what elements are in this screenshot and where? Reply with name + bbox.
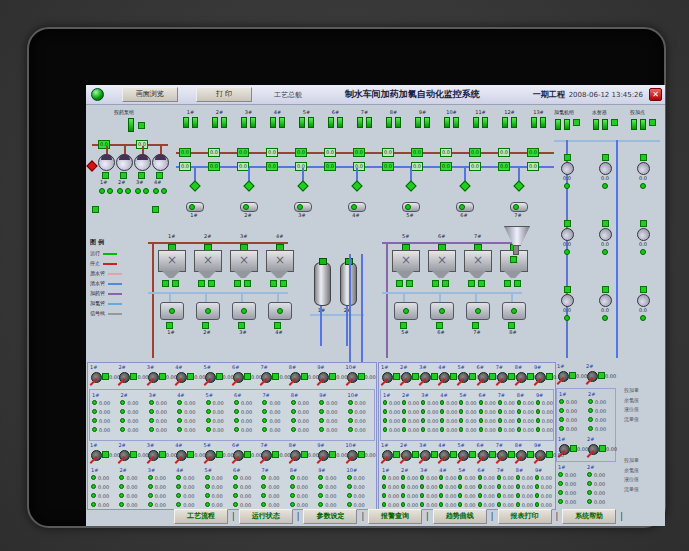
metering-pump-unit[interactable]: 1#0.00 bbox=[90, 365, 116, 387]
metering-pump-unit[interactable]: 1#0.00 bbox=[90, 443, 116, 465]
unit-valve-icon[interactable] bbox=[489, 373, 496, 380]
unit-valve-icon[interactable] bbox=[598, 372, 605, 379]
solution-tank[interactable] bbox=[232, 302, 256, 320]
unit-valve-icon[interactable] bbox=[216, 373, 223, 380]
metering-pump-icon[interactable] bbox=[290, 450, 301, 461]
valve-icon[interactable] bbox=[564, 220, 571, 227]
metering-pump-unit[interactable]: 5#0.00 bbox=[204, 365, 230, 387]
ejector-assembly[interactable]: 0.0 bbox=[630, 286, 656, 321]
unit-valve-icon[interactable] bbox=[469, 373, 476, 380]
sub-valve-icon[interactable] bbox=[508, 322, 515, 329]
metering-pump-unit[interactable]: 5#0.00 bbox=[457, 365, 474, 387]
small-pump-icon[interactable] bbox=[561, 228, 574, 241]
metering-pump-icon[interactable] bbox=[318, 372, 329, 383]
solution-tank[interactable] bbox=[466, 302, 490, 320]
unit-valve-icon[interactable] bbox=[216, 451, 223, 458]
dosing-pump[interactable] bbox=[134, 154, 151, 171]
solution-tank[interactable] bbox=[502, 302, 526, 320]
bottom-valve-icon[interactable] bbox=[406, 280, 413, 287]
bottom-valve-icon[interactable] bbox=[432, 280, 439, 287]
unit-valve-icon[interactable] bbox=[546, 451, 553, 458]
ejector-assembly[interactable]: 0.0 bbox=[554, 220, 580, 255]
metering-pump-unit[interactable]: 1#0.00 bbox=[381, 365, 398, 387]
metering-pump-icon[interactable] bbox=[176, 450, 187, 461]
filter-unit[interactable]: 10# bbox=[438, 110, 465, 128]
metering-pump-icon[interactable] bbox=[439, 372, 450, 383]
metering-pump-unit[interactable]: 5#0.00 bbox=[204, 443, 230, 465]
valve-icon[interactable] bbox=[602, 220, 609, 227]
metering-pump-icon[interactable] bbox=[176, 372, 187, 383]
unit-valve-icon[interactable] bbox=[272, 373, 279, 380]
bottom-valve-icon[interactable] bbox=[514, 280, 521, 287]
chlorinator-unit[interactable] bbox=[630, 118, 656, 130]
taskbar-button-5[interactable]: 趋势曲线 bbox=[433, 509, 487, 524]
metering-pump-icon[interactable] bbox=[382, 450, 393, 461]
valve-icon[interactable] bbox=[192, 117, 198, 128]
drain-valve-icon[interactable] bbox=[243, 180, 254, 191]
valve-icon[interactable] bbox=[531, 117, 537, 128]
mixer-tank[interactable] bbox=[266, 250, 294, 272]
pump-valve-icon[interactable] bbox=[102, 172, 109, 179]
bottom-valve-icon[interactable] bbox=[162, 280, 169, 287]
metering-pump-unit[interactable]: 7#0.00 bbox=[260, 443, 286, 465]
unit-valve-icon[interactable] bbox=[301, 373, 308, 380]
filter-unit[interactable]: 4# bbox=[264, 110, 291, 128]
metering-pump-icon[interactable] bbox=[535, 450, 546, 461]
metering-pump-unit[interactable]: 2#0.00 bbox=[400, 365, 417, 387]
sub-valve-icon[interactable] bbox=[238, 322, 245, 329]
valve-icon[interactable] bbox=[602, 119, 608, 130]
unit-valve-icon[interactable] bbox=[508, 373, 515, 380]
spare-valve-icon[interactable] bbox=[92, 206, 99, 213]
metering-pump-icon[interactable] bbox=[535, 372, 546, 383]
filter-tank[interactable] bbox=[240, 202, 258, 212]
bottom-valve-icon[interactable] bbox=[172, 280, 179, 287]
unit-valve-icon[interactable] bbox=[358, 451, 365, 458]
unit-valve-icon[interactable] bbox=[329, 373, 336, 380]
pump-valve-icon[interactable] bbox=[120, 172, 127, 179]
metering-pump-unit[interactable]: 10#0.00 bbox=[346, 365, 372, 387]
sub-valve-icon[interactable] bbox=[202, 322, 209, 329]
bottom-valve-icon[interactable] bbox=[244, 280, 251, 287]
bottom-valve-icon[interactable] bbox=[234, 280, 241, 287]
metering-pump-unit[interactable]: 9#0.00 bbox=[317, 443, 343, 465]
metering-pump-icon[interactable] bbox=[458, 450, 469, 461]
feed-valve-icon[interactable] bbox=[128, 118, 134, 132]
unit-valve-icon[interactable] bbox=[187, 373, 194, 380]
filter-unit[interactable]: 11# bbox=[467, 110, 494, 128]
mixer-tank[interactable] bbox=[158, 250, 186, 272]
unit-valve-icon[interactable] bbox=[102, 373, 109, 380]
taskbar-button-1[interactable]: 工艺流程 bbox=[174, 509, 228, 524]
valve-icon[interactable] bbox=[444, 117, 450, 128]
filter-tank[interactable] bbox=[186, 202, 204, 212]
valve-icon[interactable] bbox=[366, 117, 372, 128]
unit-valve-icon[interactable] bbox=[431, 373, 438, 380]
drain-valve-icon[interactable] bbox=[351, 180, 362, 191]
metering-pump-unit[interactable]: 7#0.00 bbox=[496, 365, 513, 387]
metering-pump-icon[interactable] bbox=[420, 372, 431, 383]
metering-pump-icon[interactable] bbox=[205, 450, 216, 461]
unit-valve-icon[interactable] bbox=[508, 451, 515, 458]
metering-pump-icon[interactable] bbox=[458, 372, 469, 383]
unit-valve-icon[interactable] bbox=[329, 451, 336, 458]
metering-pump-unit[interactable]: 2#0.00 bbox=[118, 443, 144, 465]
unit-valve-icon[interactable] bbox=[412, 373, 419, 380]
metering-pump-icon[interactable] bbox=[290, 372, 301, 383]
filter-tank[interactable] bbox=[348, 202, 366, 212]
metering-pump-icon[interactable] bbox=[318, 450, 329, 461]
ejector-assembly[interactable]: 0.0 bbox=[630, 154, 656, 189]
solution-tank[interactable] bbox=[196, 302, 220, 320]
metering-pump-unit[interactable]: 4#0.00 bbox=[175, 443, 201, 465]
unit-valve-icon[interactable] bbox=[244, 451, 251, 458]
unit-valve-icon[interactable] bbox=[469, 451, 476, 458]
unit-valve-icon[interactable] bbox=[546, 373, 553, 380]
unit-valve-icon[interactable] bbox=[431, 451, 438, 458]
valve-icon[interactable] bbox=[640, 220, 647, 227]
valve-icon[interactable] bbox=[473, 117, 479, 128]
valve-icon[interactable] bbox=[328, 117, 334, 128]
small-pump-icon[interactable] bbox=[561, 162, 574, 175]
view-button[interactable]: 画面浏览 bbox=[122, 87, 178, 102]
valve-icon[interactable] bbox=[631, 119, 637, 130]
valve-icon[interactable] bbox=[415, 117, 421, 128]
metering-pump-unit[interactable]: 8#0.00 bbox=[289, 365, 315, 387]
valve-icon[interactable] bbox=[640, 154, 647, 161]
